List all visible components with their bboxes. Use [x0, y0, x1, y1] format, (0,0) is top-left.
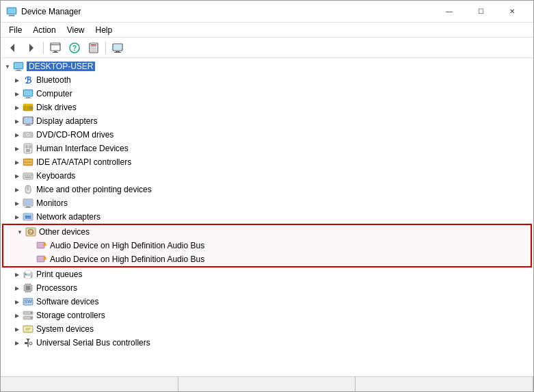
svg-rect-20: [114, 44, 122, 50]
dvd-expand[interactable]: ▶: [12, 129, 23, 140]
svg-rect-58: [24, 200, 32, 205]
svg-rect-77: [25, 270, 31, 274]
svg-rect-78: [25, 276, 31, 278]
tree-item-keyboards[interactable]: ▶ Keyboards: [1, 169, 533, 183]
system-icon: [23, 324, 34, 335]
tree-panel[interactable]: ▼ DESKTOP-USER ▶ ℬ: [1, 58, 533, 376]
keyboard-icon: [23, 170, 34, 181]
uninstall-button[interactable]: [85, 40, 103, 56]
processors-label: Processors: [36, 283, 77, 293]
system-expand[interactable]: ▶: [12, 324, 23, 335]
forward-button[interactable]: [23, 40, 40, 56]
menu-help[interactable]: Help: [90, 24, 118, 36]
menu-action[interactable]: Action: [27, 24, 61, 36]
dvd-icon: [23, 129, 34, 140]
bluetooth-expand[interactable]: ▶: [12, 75, 23, 86]
svg-text:ℬ: ℬ: [25, 75, 32, 86]
svg-marker-4: [10, 44, 14, 52]
tree-item-hid[interactable]: ▶ Human Interface Devices: [1, 142, 533, 155]
tree-item-other-devices[interactable]: ▼ ? Other devices: [3, 225, 531, 239]
svg-rect-7: [51, 44, 60, 45]
keyboards-expand[interactable]: ▶: [12, 170, 23, 181]
svg-rect-69: [38, 243, 44, 248]
software-expand[interactable]: ▶: [12, 296, 23, 307]
processor-icon: [23, 283, 34, 293]
close-button[interactable]: ✕: [496, 1, 528, 23]
usb-expand[interactable]: ▶: [12, 337, 23, 348]
svg-rect-37: [25, 125, 31, 126]
svg-rect-14: [91, 47, 96, 47]
display-icon: [23, 116, 34, 127]
svg-rect-81: [26, 286, 30, 290]
tree-item-processors[interactable]: ▶: [1, 281, 533, 295]
svg-rect-51: [29, 174, 30, 176]
tree-item-monitors[interactable]: ▶ Monitors: [1, 196, 533, 210]
svg-rect-9: [53, 52, 58, 53]
tree-item-usb[interactable]: ▶ Universal Serial Bus controllers: [1, 336, 533, 350]
tree-item-storage[interactable]: ▶ Storage controllers: [1, 309, 533, 322]
tree-item-ide[interactable]: ▶ IDE ATA/ATAPI controllers: [1, 155, 533, 169]
svg-rect-46: [24, 160, 32, 161]
back-button[interactable]: [3, 40, 21, 56]
display-adapters-label: Display adapters: [36, 116, 97, 126]
monitors-expand[interactable]: ▶: [12, 198, 23, 209]
svg-rect-44: [26, 149, 30, 152]
print-expand[interactable]: ▶: [12, 269, 23, 280]
tree-item-software[interactable]: ▶ SW Software devices: [1, 295, 533, 309]
svg-point-99: [31, 312, 32, 313]
properties-button[interactable]: [46, 40, 64, 56]
minimize-button[interactable]: —: [433, 1, 465, 23]
tree-item-mice[interactable]: ▶ Mice and other pointing devices: [1, 183, 533, 196]
status-bar: [1, 376, 533, 391]
network-expand[interactable]: ▶: [12, 211, 23, 222]
storage-expand[interactable]: ▶: [12, 310, 23, 321]
tree-item-network[interactable]: ▶ Network adapters: [1, 210, 533, 224]
update-driver-button[interactable]: ?: [66, 40, 83, 56]
tree-item-audio1[interactable]: ▶ ! Audio Device on High Definition Audi…: [3, 239, 531, 252]
svg-rect-22: [16, 70, 21, 70]
root-expand[interactable]: ▼: [2, 61, 13, 72]
menu-view[interactable]: View: [62, 24, 90, 36]
computer-tree-icon: [23, 88, 34, 99]
audio-warning-icon-2: !: [36, 254, 47, 265]
mouse-icon: [23, 184, 34, 195]
tree-item-bluetooth[interactable]: ▶ ℬ Bluetooth: [1, 73, 533, 87]
processors-expand[interactable]: ▶: [12, 283, 23, 293]
other-devices-expand[interactable]: ▼: [14, 226, 25, 237]
ide-expand[interactable]: ▶: [12, 157, 23, 168]
svg-rect-47: [24, 163, 32, 164]
tree-item-system[interactable]: ▶ System devices: [1, 322, 533, 336]
device-manager-window: Device Manager — ☐ ✕ File Action View He…: [0, 0, 534, 392]
svg-rect-73: [38, 257, 44, 261]
tree-item-display-adapters[interactable]: ▶ Display adapters: [1, 114, 533, 128]
title-bar: Device Manager — ☐ ✕: [1, 1, 533, 23]
disk-expand[interactable]: ▶: [12, 102, 23, 113]
svg-rect-45: [23, 159, 33, 166]
svg-text:!: !: [44, 243, 45, 246]
print-label: Print queues: [36, 270, 82, 279]
tree-item-print[interactable]: ▶ Print queues: [1, 267, 533, 281]
maximize-button[interactable]: ☐: [465, 1, 496, 23]
tree-item-computer[interactable]: ▶ Computer: [1, 87, 533, 101]
tree-item-disk-drives[interactable]: ▶ Disk drives: [1, 101, 533, 114]
display-expand[interactable]: ▶: [12, 116, 23, 127]
status-pane-3: [356, 377, 533, 391]
audio-warning-icon-1: !: [36, 240, 47, 251]
mice-expand[interactable]: ▶: [12, 184, 23, 195]
svg-point-40: [27, 134, 29, 135]
root-label: DESKTOP-USER: [27, 62, 95, 71]
svg-point-33: [30, 107, 31, 109]
scan-button[interactable]: [109, 40, 126, 56]
svg-text:?: ?: [72, 44, 77, 52]
keyboards-label: Keyboards: [36, 171, 75, 181]
svg-marker-106: [26, 339, 30, 341]
svg-rect-2: [8, 16, 15, 16]
computer-expand[interactable]: ▶: [12, 88, 23, 99]
hid-expand[interactable]: ▶: [12, 143, 23, 154]
tree-item-audio2[interactable]: ▶ ! Audio Device on High Definition Audi…: [3, 252, 531, 266]
tree-root[interactable]: ▼ DESKTOP-USER: [1, 60, 533, 73]
svg-rect-42: [25, 145, 28, 148]
svg-text:?: ?: [29, 230, 32, 235]
menu-file[interactable]: File: [3, 24, 27, 36]
tree-item-dvd[interactable]: ▶ DVD/CD-ROM drives: [1, 128, 533, 142]
